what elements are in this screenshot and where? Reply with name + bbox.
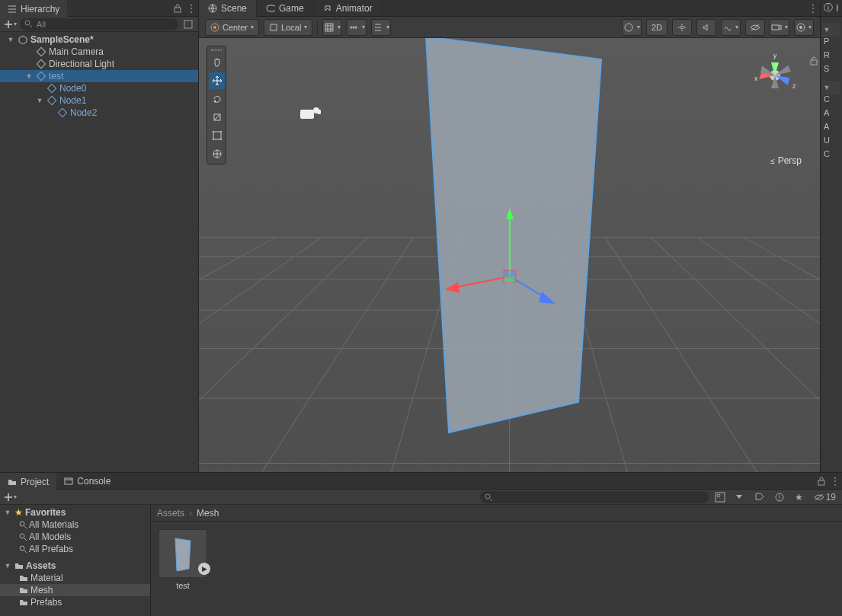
transform-gizmo[interactable] (441, 200, 578, 337)
snap-toggle-button[interactable]: ▾ (371, 19, 391, 36)
grid-snap-button[interactable]: ▾ (322, 19, 342, 36)
inspector-field[interactable]: P (822, 37, 840, 50)
menu-icon[interactable]: ⋮ (184, 2, 198, 15)
folder-item[interactable]: Prefabs (0, 596, 150, 608)
crumb-mesh[interactable]: Mesh (197, 508, 219, 519)
lighting-toggle[interactable] (672, 19, 692, 36)
perspective-label[interactable]: Persp (778, 155, 802, 166)
move-tool[interactable] (209, 72, 226, 89)
tree-item[interactable]: ▼test (0, 70, 198, 82)
orientation-lock-icon[interactable] (809, 56, 818, 65)
menu-icon[interactable]: ⋮ (828, 474, 842, 488)
inspector-section[interactable]: ▼ (822, 81, 840, 94)
svg-text:!: ! (778, 493, 780, 501)
expand-arrow-icon[interactable]: ▼ (24, 72, 34, 81)
inspector-section[interactable]: ▼ (822, 23, 840, 37)
console-icon (64, 477, 73, 486)
scene-tools-toolbar (206, 46, 226, 164)
inspector-field[interactable]: C (822, 94, 840, 108)
tree-item[interactable]: Main Camera (0, 46, 198, 58)
project-add-button[interactable]: ▾ (3, 492, 17, 503)
project-search[interactable] (480, 491, 709, 503)
expand-arrow-icon[interactable] (46, 108, 55, 117)
hierarchy-tab[interactable]: Hierarchy (0, 0, 67, 17)
folder-item[interactable]: Mesh (0, 584, 150, 596)
camera-button[interactable]: ▾ (770, 19, 789, 36)
scene-icon (208, 4, 217, 13)
expand-arrow-icon[interactable]: ▼ (35, 96, 44, 105)
svg-rect-91 (716, 493, 725, 502)
console-tab-label: Console (77, 476, 110, 487)
rotate-tool[interactable] (209, 91, 226, 107)
tree-item[interactable]: Node0 (0, 82, 198, 94)
svg-line-7 (30, 25, 32, 27)
drag-handle-icon[interactable] (209, 48, 224, 53)
expand-arrow-icon[interactable] (35, 84, 44, 93)
svg-point-68 (213, 131, 214, 132)
rect-tool[interactable] (209, 127, 226, 144)
visibility-toggle[interactable] (745, 19, 765, 36)
fx-toggle[interactable]: ▾ (721, 19, 741, 36)
scale-tool[interactable] (209, 109, 226, 126)
scene-viewport[interactable]: y x z ≤Persp (199, 38, 820, 472)
inspector-field[interactable]: A (822, 122, 840, 136)
expand-arrow-icon[interactable] (24, 47, 34, 56)
console-tab[interactable]: Console (56, 473, 118, 490)
pivot-dropdown[interactable]: Center▾ (205, 19, 259, 36)
favorite-item[interactable]: All Prefabs (0, 543, 150, 555)
folder-icon (14, 561, 24, 570)
game-tab[interactable]: Game (257, 0, 314, 17)
handle-dropdown[interactable]: Local▾ (264, 19, 312, 36)
favorite-item[interactable]: All Models (0, 531, 150, 543)
crumb-assets[interactable]: Assets (157, 508, 184, 519)
expand-arrow-icon[interactable] (24, 59, 34, 69)
2d-toggle[interactable]: 2D (646, 19, 668, 36)
tree-item[interactable]: ▼Node1 (0, 94, 198, 107)
favorite-icon[interactable]: ★ (791, 490, 808, 504)
svg-text:y: y (773, 52, 777, 59)
expand-arrow-icon[interactable]: ▼ (6, 35, 15, 44)
hierarchy-search[interactable]: All (20, 18, 178, 30)
inspector-field[interactable]: C (822, 149, 840, 163)
scene-tab[interactable]: Scene (199, 0, 257, 17)
favorite-item[interactable]: All Materials (0, 519, 150, 531)
gameobject-icon (46, 83, 57, 94)
svg-marker-103 (175, 538, 190, 571)
filter-type-icon[interactable] (732, 490, 748, 504)
add-button[interactable]: ▾ (3, 19, 17, 30)
folder-item[interactable]: Material (0, 572, 150, 584)
lock-icon[interactable] (815, 474, 828, 488)
animator-tab[interactable]: Animator (314, 0, 383, 17)
svg-point-70 (213, 139, 214, 140)
project-tab[interactable]: Project (0, 473, 56, 490)
scene-menu-icon[interactable]: ⋮ (806, 2, 820, 15)
hand-tool[interactable] (209, 54, 226, 71)
inspector-tab[interactable]: ⓘ I (821, 0, 842, 17)
tree-item-label: Node1 (59, 95, 86, 106)
inspector-field[interactable]: A (822, 108, 840, 122)
inspector-field[interactable]: S (822, 64, 840, 78)
inspector-field[interactable]: U (822, 136, 840, 149)
transform-tool[interactable] (209, 145, 226, 162)
inspector-field[interactable]: R (822, 50, 840, 64)
lock-icon[interactable] (171, 2, 184, 15)
gizmo-button[interactable]: ▾ (794, 19, 814, 36)
play-icon[interactable]: ▶ (198, 563, 210, 575)
hidden-toggle[interactable]: 19 (811, 490, 839, 504)
search-window-icon[interactable] (712, 490, 728, 504)
assets-header[interactable]: ▼ Assets (0, 560, 150, 572)
svg-line-98 (24, 526, 27, 528)
scene-picker-icon[interactable] (181, 18, 195, 31)
asset-item[interactable]: ▶ test (158, 529, 207, 590)
tree-item[interactable]: Directional Light (0, 58, 198, 70)
draw-mode-button[interactable]: ▾ (622, 19, 642, 36)
orientation-gizmo[interactable]: y x z ≤Persp (748, 49, 802, 166)
scene-row[interactable]: ▼ SampleScene* (0, 34, 198, 46)
audio-toggle[interactable] (696, 19, 716, 36)
filter-label-icon[interactable] (751, 490, 768, 504)
tree-item[interactable]: Node2 (0, 107, 198, 119)
camera-gizmo-icon[interactable] (299, 107, 321, 122)
save-search-icon[interactable]: ! (771, 490, 788, 504)
favorites-header[interactable]: ▼★ Favorites (0, 506, 150, 519)
snap-increment-button[interactable]: ▾ (347, 19, 367, 36)
